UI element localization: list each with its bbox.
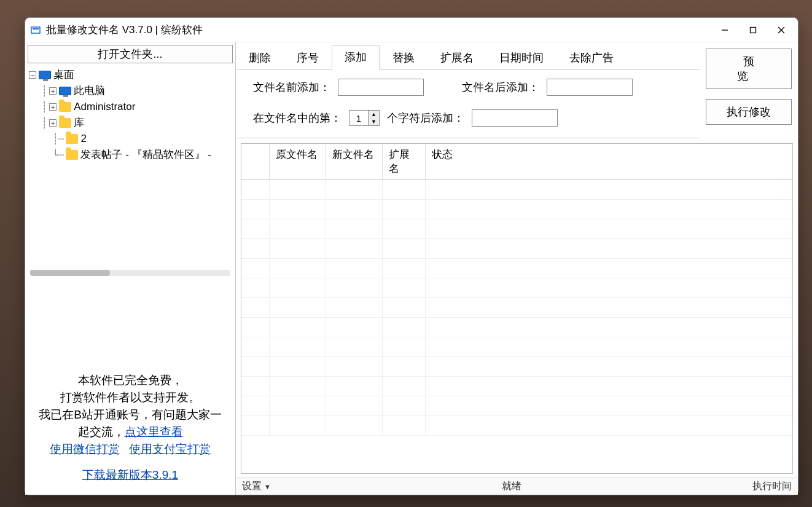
svg-rect-3 xyxy=(751,27,756,33)
tree-label: 此电脑 xyxy=(74,83,105,99)
tree-node-thispc[interactable]: ┊ + 此电脑 xyxy=(29,83,232,99)
table-row[interactable] xyxy=(241,259,792,278)
tree-horizontal-scrollbar[interactable] xyxy=(30,270,230,276)
tree-label: Administrator xyxy=(74,99,135,115)
tree-label: 库 xyxy=(74,115,84,131)
execute-button[interactable]: 执行修改 xyxy=(706,99,792,125)
link-alipay-donate[interactable]: 使用支付宝打赏 xyxy=(129,442,211,455)
app-window: 批量修改文件名 V3.7.0 | 缤纷软件 打开文件夹... − 桌面 xyxy=(25,17,798,495)
close-button[interactable] xyxy=(767,20,795,41)
collapse-icon[interactable]: − xyxy=(29,71,36,79)
preview-button[interactable]: 预 览 xyxy=(706,49,792,89)
settings-menu[interactable]: 设置 ▼ xyxy=(242,480,271,493)
promo-text: 本软件已完全免费， 打赏软件作者以支持开发。 我已在B站开通账号，有问题大家一起… xyxy=(25,366,235,495)
folder-icon xyxy=(66,150,78,160)
tree-label: 2 xyxy=(80,131,86,147)
table-row[interactable] xyxy=(241,239,792,259)
suffix-input[interactable] xyxy=(547,79,633,96)
statusbar: 设置 ▼ 就绪 执行时间 xyxy=(236,478,798,495)
table-row[interactable] xyxy=(241,298,792,318)
computer-icon xyxy=(59,87,71,95)
expand-icon[interactable]: + xyxy=(49,87,57,95)
app-icon xyxy=(30,25,41,36)
table-row[interactable] xyxy=(241,337,792,357)
table-body xyxy=(241,180,792,473)
position-text-input[interactable] xyxy=(472,109,558,127)
caret-down-icon: ▼ xyxy=(264,483,271,490)
tree-node-library[interactable]: ┊ + 库 xyxy=(29,115,232,131)
titlebar: 批量修改文件名 V3.7.0 | 缤纷软件 xyxy=(25,18,798,42)
col-original[interactable]: 原文件名 xyxy=(270,144,326,179)
link-wechat-donate[interactable]: 使用微信打赏 xyxy=(50,442,120,455)
results-table: 原文件名 新文件名 扩展名 状态 xyxy=(241,143,793,474)
add-options-panel: 文件名前添加： 文件名后添加： 在文件名中的第： ▲ ▼ xyxy=(236,70,700,138)
table-row[interactable] xyxy=(241,219,792,239)
tab-sequence[interactable]: 序号 xyxy=(284,46,332,70)
tree-node-2[interactable]: ┊┈ 2 xyxy=(29,131,232,147)
prefix-input[interactable] xyxy=(338,79,424,96)
spinner-up-icon[interactable]: ▲ xyxy=(369,111,379,118)
tree-label: 发表帖子 - 『精品软件区』 - xyxy=(80,147,211,163)
scrollbar-thumb[interactable] xyxy=(30,270,110,276)
table-row[interactable] xyxy=(241,377,792,396)
table-row[interactable] xyxy=(241,318,792,337)
suffix-label: 文件名后添加： xyxy=(462,80,539,95)
open-folder-button[interactable]: 打开文件夹... xyxy=(28,45,233,63)
action-buttons: 预 览 执行修改 xyxy=(700,42,798,138)
table-row[interactable] xyxy=(241,416,792,436)
table-row[interactable] xyxy=(241,396,792,416)
table-row[interactable] xyxy=(241,200,792,219)
tab-replace[interactable]: 替换 xyxy=(380,46,427,70)
link-download-latest[interactable]: 下载最新版本3.9.1 xyxy=(34,466,227,484)
expand-icon[interactable]: + xyxy=(49,103,57,111)
settings-label: 设置 xyxy=(242,480,262,493)
prefix-label: 文件名前添加： xyxy=(253,80,330,95)
position-value[interactable] xyxy=(349,111,368,125)
desktop-icon xyxy=(39,71,51,79)
col-ext[interactable]: 扩展名 xyxy=(383,144,426,179)
tab-remove-ads[interactable]: 去除广告 xyxy=(556,46,627,70)
folder-icon xyxy=(59,118,71,128)
status-text: 就绪 xyxy=(271,480,752,493)
col-new[interactable]: 新文件名 xyxy=(326,144,383,179)
tree-node-administrator[interactable]: ┊ + Administrator xyxy=(29,99,232,115)
tab-extension[interactable]: 扩展名 xyxy=(427,46,486,70)
folder-icon xyxy=(66,134,78,144)
col-status[interactable]: 状态 xyxy=(426,144,792,179)
tab-delete[interactable]: 删除 xyxy=(236,46,284,70)
minimize-button[interactable] xyxy=(711,20,739,41)
link-bilibili[interactable]: 点这里查看 xyxy=(125,425,183,438)
window-controls xyxy=(711,20,795,41)
tab-add[interactable]: 添加 xyxy=(332,45,380,70)
tab-datetime[interactable]: 日期时间 xyxy=(486,46,556,70)
spinner-down-icon[interactable]: ▼ xyxy=(369,118,379,125)
col-index[interactable] xyxy=(241,144,270,179)
position-spinner[interactable]: ▲ ▼ xyxy=(349,110,380,126)
maximize-button[interactable] xyxy=(739,20,767,41)
promo-line: 打赏软件作者以支持开发。 xyxy=(60,391,200,404)
svg-rect-1 xyxy=(33,28,39,29)
table-row[interactable] xyxy=(241,278,792,298)
tree-node-post[interactable]: └┈ 发表帖子 - 『精品软件区』 - xyxy=(29,147,232,163)
position-label-a: 在文件名中的第： xyxy=(253,111,342,125)
tabs: 删除 序号 添加 替换 扩展名 日期时间 去除广告 xyxy=(236,42,700,70)
folder-icon xyxy=(59,102,71,112)
promo-line: 本软件已完全免费， xyxy=(78,374,183,387)
tree-label: 桌面 xyxy=(53,67,74,83)
tree-node-desktop[interactable]: − 桌面 xyxy=(29,67,232,83)
table-row[interactable] xyxy=(241,180,792,200)
exec-time-label: 执行时间 xyxy=(752,480,792,493)
table-header: 原文件名 新文件名 扩展名 状态 xyxy=(241,144,792,180)
folder-tree[interactable]: − 桌面 ┊ + 此电脑 ┊ + Administrator ┊ xyxy=(25,65,235,267)
window-title: 批量修改文件名 V3.7.0 | 缤纷软件 xyxy=(46,23,203,37)
svg-rect-0 xyxy=(31,27,40,33)
expand-icon[interactable]: + xyxy=(49,119,57,127)
table-row[interactable] xyxy=(241,357,792,377)
position-label-b: 个字符后添加： xyxy=(387,111,464,125)
main-panel: 删除 序号 添加 替换 扩展名 日期时间 去除广告 文件名前添加： 文件名后添加… xyxy=(236,42,798,495)
sidebar: 打开文件夹... − 桌面 ┊ + 此电脑 ┊ + Administr xyxy=(25,42,236,495)
